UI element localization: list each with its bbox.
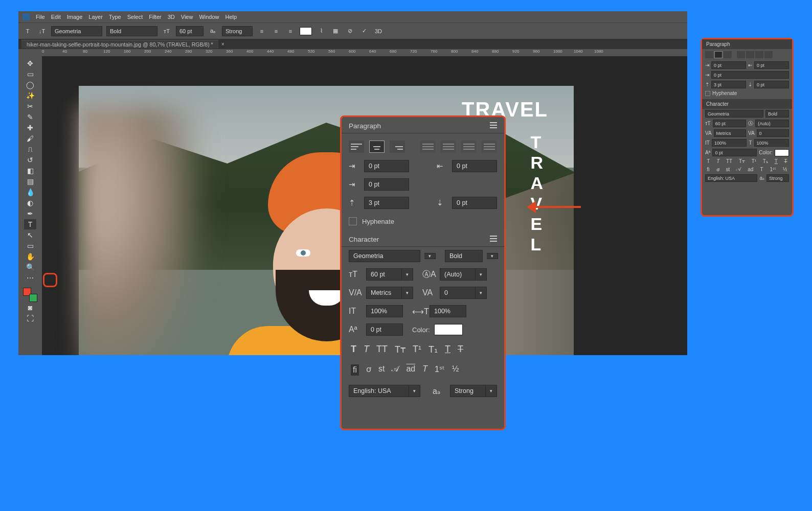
oldstyle-sm[interactable]: 1ˢᵗ	[770, 167, 777, 172]
history-brush-tool-icon[interactable]: ↺	[24, 155, 36, 165]
vscale-input[interactable]: 100%	[366, 305, 403, 317]
faux-italic-button[interactable]: T	[364, 344, 369, 355]
align-left-button[interactable]	[349, 141, 364, 153]
chevron-down-icon[interactable]: ▾	[402, 287, 413, 299]
underline-button[interactable]: T	[445, 344, 450, 355]
panel-header-character-sm[interactable]: Character	[702, 99, 792, 109]
space-before-input[interactable]: 3 pt	[364, 197, 409, 209]
smallcaps-button[interactable]: Tᴛ	[395, 344, 405, 355]
background-color-swatch[interactable]	[29, 294, 37, 302]
type-tool-icon[interactable]: T	[24, 219, 36, 229]
titling-sm[interactable]: ad	[748, 167, 753, 172]
justify-center-btn[interactable]	[746, 51, 754, 58]
dodge-tool-icon[interactable]: ◐	[24, 198, 36, 208]
faux-bold-sm[interactable]: T	[707, 158, 710, 164]
menu-help[interactable]: Help	[225, 14, 237, 20]
size-sm[interactable]	[713, 120, 747, 127]
subscript-sm[interactable]: T₁	[763, 158, 768, 164]
pen-tool-icon[interactable]: ✒	[24, 208, 36, 219]
hyphenate-checkbox-sm[interactable]	[705, 91, 710, 96]
color-swatch-sm[interactable]	[775, 149, 789, 156]
chevron-down-icon[interactable]: ▾	[486, 385, 497, 397]
vscale-sm[interactable]	[712, 139, 747, 147]
menu-type[interactable]: Type	[109, 14, 121, 20]
font-weight-sm[interactable]	[765, 110, 789, 118]
chevron-down-icon[interactable]: ▾	[424, 253, 436, 259]
menu-edit[interactable]: Edit	[51, 14, 61, 20]
chevron-down-icon[interactable]: ▾	[476, 268, 487, 281]
more-tools-icon[interactable]: ⋯	[24, 273, 36, 283]
fractions-button[interactable]: ½	[452, 364, 459, 376]
tab-close-icon[interactable]: ×	[218, 41, 228, 47]
panel-header-paragraph[interactable]: Paragraph	[702, 39, 792, 49]
ligatures-button[interactable]: fi	[351, 364, 359, 376]
menu-image[interactable]: Image	[67, 14, 83, 20]
cancel-icon[interactable]: ⊘	[345, 26, 355, 36]
align-left-btn[interactable]	[705, 51, 713, 58]
warp-text-icon[interactable]: ⌇	[316, 26, 326, 36]
tracking-sm[interactable]	[757, 129, 789, 137]
blur-tool-icon[interactable]: 💧	[24, 187, 36, 197]
discretionary-lig-button[interactable]: st	[378, 364, 385, 376]
eraser-tool-icon[interactable]: ◧	[24, 166, 36, 176]
chevron-down-icon[interactable]: ▾	[487, 253, 498, 259]
ordinals-sm[interactable]: T	[760, 167, 763, 172]
antialias-select[interactable]: Strong	[222, 26, 253, 36]
alt-sm[interactable]: ơ	[716, 167, 719, 172]
superscript-sm[interactable]: T¹	[752, 158, 756, 164]
hand-tool-icon[interactable]: ✋	[24, 251, 36, 262]
menu-layer[interactable]: Layer	[88, 14, 103, 20]
menu-window[interactable]: Window	[199, 14, 219, 20]
justify-right-button[interactable]	[461, 141, 477, 153]
orientation-toggle-icon[interactable]: ↓T	[37, 26, 47, 36]
character-panel-header[interactable]: Character	[342, 230, 504, 247]
gradient-tool-icon[interactable]: ▤	[24, 176, 36, 187]
quickmask-icon[interactable]: ◙	[24, 303, 36, 313]
font-family-select[interactable]: Geometria	[51, 26, 102, 36]
commit-icon[interactable]: ✓	[359, 26, 369, 36]
swash-sm[interactable]: 𝒜	[736, 166, 741, 172]
brush-tool-icon[interactable]: 🖌	[24, 133, 36, 144]
underline-sm[interactable]: T	[775, 158, 778, 164]
crop-tool-icon[interactable]: ✂	[24, 101, 36, 111]
panel-menu-icon-2[interactable]	[490, 236, 497, 242]
tracking-input[interactable]: 0	[440, 287, 476, 299]
indent-first-input-sm[interactable]	[711, 71, 789, 79]
space-after-input-sm[interactable]	[754, 81, 789, 88]
superscript-button[interactable]: T¹	[413, 344, 421, 355]
indent-first-input[interactable]: 0 pt	[364, 178, 409, 191]
stamp-tool-icon[interactable]: ⎍	[24, 144, 36, 154]
align-left-icon[interactable]: ≡	[257, 26, 267, 36]
kerning-sm[interactable]	[714, 129, 746, 137]
faux-bold-button[interactable]: T	[351, 344, 356, 355]
font-weight-select[interactable]: Bold	[106, 26, 157, 36]
contextual-alt-button[interactable]: ơ	[366, 364, 371, 376]
hscale-sm[interactable]	[754, 139, 790, 147]
heal-tool-icon[interactable]: ✚	[24, 123, 36, 133]
paragraph-panel-header[interactable]: Paragraph	[342, 117, 504, 133]
screenmode-icon[interactable]: ⛶	[24, 313, 36, 323]
align-center-btn[interactable]	[714, 51, 723, 58]
antialias-select-lg[interactable]: Strong	[450, 385, 486, 397]
align-right-button[interactable]	[390, 141, 405, 153]
align-right-btn[interactable]	[724, 51, 732, 58]
panels-toggle-icon[interactable]: ▦	[330, 26, 341, 36]
baseline-sm[interactable]	[712, 149, 757, 156]
document-tab[interactable]: hiker-man-taking-selfie-portrait-top-mou…	[21, 40, 218, 49]
leading-input[interactable]: (Auto)	[440, 268, 476, 281]
canvas-text-vertical[interactable]: T R A V E L	[530, 132, 543, 254]
panel-menu-icon[interactable]	[490, 122, 497, 128]
chevron-down-icon[interactable]: ▾	[476, 287, 487, 299]
chevron-down-icon[interactable]: ▾	[409, 385, 420, 397]
font-size-input[interactable]: 60 pt	[366, 268, 402, 281]
menu-select[interactable]: Select	[127, 14, 143, 20]
ordinals-button[interactable]: 1ˢᵗ	[435, 364, 445, 376]
justify-left-btn[interactable]	[737, 51, 745, 58]
justify-all-button[interactable]	[482, 141, 497, 153]
strike-sm[interactable]: T	[784, 158, 787, 164]
aa-sm[interactable]	[766, 174, 789, 182]
font-family-select-lg[interactable]: Geometria	[349, 250, 420, 262]
text-color-swatch[interactable]	[300, 27, 312, 35]
smallcaps-sm[interactable]: Tᴛ	[739, 158, 745, 164]
align-center-icon[interactable]: ≡	[271, 26, 281, 36]
